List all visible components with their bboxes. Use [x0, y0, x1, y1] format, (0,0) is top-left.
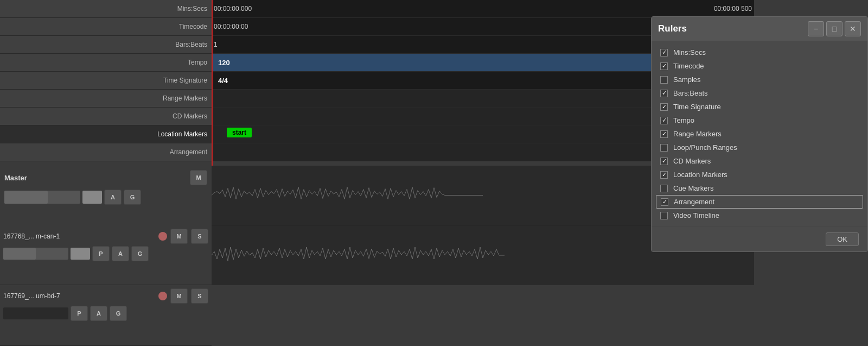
rulers-footer: OK: [652, 227, 867, 251]
cd-markers-label: CD Markers: [173, 112, 207, 120]
rulers-item-video-timeline[interactable]: Video Timeline: [652, 209, 867, 222]
bars-beats-label: Bars:Beats: [175, 41, 207, 48]
master-fader-fill: [4, 191, 48, 204]
track1-controls: 167768_... m-can-1 M S P A G: [0, 225, 212, 285]
track1-fader[interactable]: [3, 248, 68, 260]
rulers-item-samples[interactable]: Samples: [652, 73, 867, 86]
rulers-checkbox-timecode[interactable]: ✓: [660, 62, 668, 70]
time-sig-label-row: Time Signature: [0, 72, 212, 90]
timecode-label: Timecode: [179, 23, 207, 30]
track2-name: 167769_... um-bd-7: [3, 292, 155, 300]
track1-record-button[interactable]: [158, 232, 167, 241]
rulers-item-mins-secs[interactable]: ✓Mins:Secs: [652, 46, 867, 59]
mins-secs-label-row: Mins:Secs: [0, 0, 212, 18]
rulers-checkbox-samples[interactable]: [660, 76, 668, 84]
track2-g-button[interactable]: G: [110, 306, 127, 321]
rulers-item-loop-punch[interactable]: Loop/Punch Ranges: [652, 141, 867, 154]
tempo-value: 120: [218, 59, 230, 67]
track2-record-button[interactable]: [158, 292, 167, 300]
timecode-start: 00:00:00:00: [214, 23, 248, 30]
track1-fader-knob[interactable]: [71, 248, 90, 260]
track1-a-button[interactable]: A: [112, 246, 129, 261]
track1-g-button[interactable]: G: [131, 246, 149, 261]
rulers-checkbox-range-markers[interactable]: ✓: [660, 130, 668, 138]
rulers-title-bar: Rulers − □ ✕: [652, 17, 867, 41]
range-markers-label: Range Markers: [163, 95, 207, 102]
rulers-item-tempo[interactable]: ✓Tempo: [652, 114, 867, 127]
rulers-label-tempo: Tempo: [673, 116, 694, 124]
tempo-label: Tempo: [188, 59, 207, 66]
rulers-checkbox-cue-markers[interactable]: [660, 185, 668, 192]
ruler-labels-panel: Mins:Secs Timecode Bars:Beats Tempo Time…: [0, 0, 212, 161]
rulers-label-video-timeline: Video Timeline: [673, 211, 719, 219]
rulers-maximize-button[interactable]: □: [826, 21, 843, 36]
track1-name: 167768_... m-can-1: [3, 232, 155, 240]
rulers-item-time-signature[interactable]: ✓Time Signature: [652, 100, 867, 114]
mins-secs-start: 00:00:00.000: [214, 5, 252, 12]
rulers-item-arrangement[interactable]: ✓Arrangement: [656, 195, 863, 209]
cd-markers-label-row: CD Markers: [0, 108, 212, 125]
rulers-checkbox-loop-punch[interactable]: [660, 144, 668, 152]
rulers-ok-button[interactable]: OK: [826, 232, 859, 246]
rulers-label-arrangement: Arrangement: [674, 198, 714, 206]
master-fader[interactable]: [4, 191, 80, 204]
rulers-checkbox-cd-markers[interactable]: ✓: [660, 158, 668, 165]
arrangement-label: Arrangement: [170, 148, 207, 156]
arrangement-label-row: Arrangement: [0, 143, 212, 161]
master-g-button[interactable]: G: [124, 190, 141, 205]
rulers-checkbox-arrangement[interactable]: ✓: [661, 198, 668, 206]
track2-s-button[interactable]: S: [191, 288, 208, 304]
range-markers-label-row: Range Markers: [0, 90, 212, 108]
time-sig-label: Time Signature: [163, 77, 207, 84]
track1-m-button[interactable]: M: [170, 229, 188, 244]
track1-p-button[interactable]: P: [92, 246, 110, 261]
master-fader-knob[interactable]: [82, 191, 102, 204]
rulers-checkbox-tempo[interactable]: ✓: [660, 117, 668, 124]
bars-beats-start: 1: [214, 41, 218, 48]
master-a-button[interactable]: A: [104, 190, 122, 205]
track1-s-button[interactable]: S: [191, 229, 208, 244]
rulers-checkbox-video-timeline[interactable]: [660, 212, 668, 219]
track1-fader-fill: [3, 248, 36, 260]
mins-secs-label: Mins:Secs: [177, 5, 207, 12]
rulers-label-location-markers: Location Markers: [673, 171, 727, 179]
rulers-label-mins-secs: Mins:Secs: [673, 48, 706, 56]
mins-secs-ruler[interactable]: 00:00:00.000 00:00:00 500: [212, 0, 754, 18]
rulers-checkbox-location-markers[interactable]: ✓: [660, 171, 668, 179]
rulers-checkbox-time-signature[interactable]: ✓: [660, 103, 668, 111]
rulers-item-range-markers[interactable]: ✓Range Markers: [652, 127, 867, 141]
rulers-label-loop-punch: Loop/Punch Ranges: [673, 143, 737, 152]
rulers-list: ✓Mins:Secs✓TimecodeSamples✓Bars:Beats✓Ti…: [652, 41, 867, 227]
rulers-label-bars-beats: Bars:Beats: [673, 89, 708, 97]
rulers-item-cd-markers[interactable]: ✓CD Markers: [652, 154, 867, 168]
timecode-label-row: Timecode: [0, 18, 212, 36]
rulers-label-cd-markers: CD Markers: [673, 157, 711, 165]
playhead: [212, 0, 213, 166]
rulers-item-location-markers[interactable]: ✓Location Markers: [652, 168, 867, 181]
rulers-panel: Rulers − □ ✕ ✓Mins:Secs✓TimecodeSamples✓…: [651, 16, 868, 252]
master-section: Master M A G: [0, 166, 212, 231]
track2-a-button[interactable]: A: [90, 306, 107, 321]
master-m-button[interactable]: M: [190, 170, 207, 185]
track2-fader[interactable]: [3, 307, 68, 319]
start-marker[interactable]: start: [227, 128, 252, 137]
rulers-checkbox-mins-secs[interactable]: ✓: [660, 49, 668, 56]
master-track-name: Master: [4, 174, 27, 182]
rulers-minimize-button[interactable]: −: [808, 21, 824, 36]
track2-p-button[interactable]: P: [71, 306, 88, 321]
rulers-close-button[interactable]: ✕: [845, 21, 861, 36]
rulers-label-range-markers: Range Markers: [673, 130, 722, 138]
rulers-label-time-signature: Time Signature: [673, 103, 721, 111]
bars-beats-label-row: Bars:Beats: [0, 36, 212, 54]
rulers-item-bars-beats[interactable]: ✓Bars:Beats: [652, 86, 867, 100]
location-markers-label-row: Location Markers: [0, 125, 212, 143]
rulers-checkbox-bars-beats[interactable]: ✓: [660, 90, 668, 97]
rulers-label-cue-markers: Cue Markers: [673, 184, 713, 192]
rulers-item-timecode[interactable]: ✓Timecode: [652, 59, 867, 73]
track2-m-button[interactable]: M: [170, 288, 188, 304]
rulers-item-cue-markers[interactable]: Cue Markers: [652, 181, 867, 195]
mins-secs-end: 00:00:00 500: [714, 5, 752, 12]
rulers-label-samples: Samples: [673, 76, 701, 84]
tempo-label-row: Tempo: [0, 54, 212, 72]
rulers-label-timecode: Timecode: [673, 62, 704, 70]
